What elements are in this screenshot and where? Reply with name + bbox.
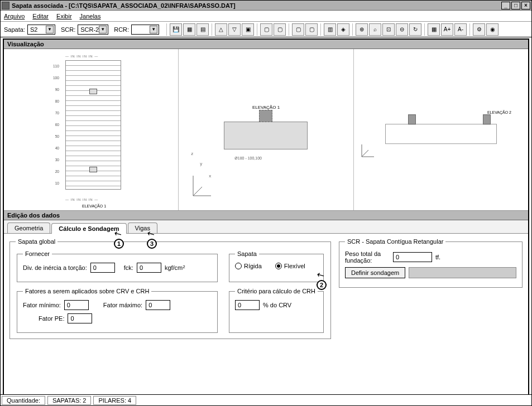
save-icon[interactable]: 💾 bbox=[170, 23, 182, 36]
legend-fatores: Fatores a serem aplicados sobre CRV e CR… bbox=[23, 288, 151, 294]
toolbar-icon[interactable]: ▤ bbox=[196, 23, 209, 36]
legend-sapata-global: Sapata global bbox=[16, 238, 57, 245]
axes-icon: z y x bbox=[190, 173, 212, 199]
axes-icon bbox=[360, 142, 376, 160]
svg-line-5 bbox=[362, 150, 368, 157]
menu-exibir[interactable]: Exibir bbox=[56, 13, 72, 20]
radio-dot-icon bbox=[235, 263, 242, 269]
toolbar-icon[interactable]: ◉ bbox=[486, 23, 499, 36]
refresh-icon[interactable]: ↻ bbox=[409, 23, 421, 36]
visualization-area: 110100908070605040302010 — IN IN IN IN —… bbox=[4, 49, 528, 211]
toolbar-icon[interactable]: ▦ bbox=[183, 23, 195, 36]
statusbar: Quantidade: SAPATAS: 2 PILARES: 4 bbox=[1, 394, 531, 405]
legend-sapata: Sapata bbox=[235, 250, 259, 257]
edit-header: Edição dos dados bbox=[4, 211, 528, 220]
form-area: Sapata global Fornecer Div. de inércia a… bbox=[4, 234, 528, 406]
svg-line-2 bbox=[193, 187, 202, 196]
toolbar-icon[interactable]: ◈ bbox=[337, 23, 349, 36]
status-quantidade: Quantidade: bbox=[2, 396, 45, 405]
pillar-marker bbox=[89, 89, 97, 94]
plan-scale-top: — IN IN IN IN — bbox=[65, 55, 121, 58]
definir-sondagem-button[interactable]: Definir sondagem bbox=[345, 267, 405, 278]
rcr-label: RCR: bbox=[114, 26, 129, 33]
label-div-inercia: Div. de inércia a torção: bbox=[23, 264, 87, 271]
legend-criterio: Critério para cálculo de CRH bbox=[235, 288, 318, 294]
zoom-in-icon[interactable]: ⊕ bbox=[356, 23, 368, 36]
menu-editar[interactable]: Editar bbox=[32, 13, 49, 20]
toolbar-icon[interactable]: △ bbox=[215, 23, 227, 36]
titlebar: Sapata associada - [C:\TQS\SAPATA_ASSOCI… bbox=[1, 1, 531, 11]
edit-body: Geometria Cálculo e Sondagem Vigas ↖ 1 ↖… bbox=[4, 220, 528, 406]
close-button[interactable]: × bbox=[521, 2, 530, 9]
zoom-out-icon[interactable]: ⊖ bbox=[396, 23, 408, 36]
settings-icon[interactable]: ⚙ bbox=[473, 23, 485, 36]
tab-geometria[interactable]: Geometria bbox=[7, 223, 50, 233]
minimize-button[interactable]: _ bbox=[501, 2, 510, 9]
sapata-value: S2 bbox=[30, 26, 46, 33]
cursor-icon: ↖ bbox=[314, 268, 326, 281]
status-pilares: PILARES: 4 bbox=[93, 396, 136, 405]
toolbar-icon[interactable]: ▥ bbox=[324, 23, 336, 36]
toolbar-icon[interactable]: ▢ bbox=[260, 23, 272, 36]
status-sapatas: SAPATAS: 2 bbox=[47, 396, 92, 405]
radio-rigida[interactable]: Rígida bbox=[235, 263, 262, 269]
toolbar-icon[interactable]: ▢ bbox=[292, 23, 304, 36]
plan-scale-bottom: — IN IN IN IN — bbox=[65, 198, 121, 201]
scr-combo[interactable]: SCR-2 ▼ bbox=[78, 25, 108, 35]
toolbar-icon[interactable]: ▦ bbox=[428, 23, 440, 36]
plan-footer-label: ELEVAÇÃO 1 bbox=[82, 204, 106, 208]
sapata-combo[interactable]: S2 ▼ bbox=[27, 25, 55, 35]
viz-plan-view[interactable]: 110100908070605040302010 — IN IN IN IN —… bbox=[4, 49, 179, 210]
toolbar-icon[interactable]: ▢ bbox=[305, 23, 318, 36]
menu-janelas[interactable]: Janelas bbox=[80, 13, 101, 20]
input-div-inercia[interactable] bbox=[90, 263, 115, 273]
label-peso-unit: tf. bbox=[435, 254, 440, 260]
elev-column bbox=[259, 110, 272, 122]
input-fck[interactable] bbox=[137, 263, 161, 273]
chevron-down-icon: ▼ bbox=[99, 26, 107, 33]
input-fator-min[interactable] bbox=[64, 300, 89, 310]
viz-elevation-1[interactable]: ELEVAÇÃO 1 z y x Ø180 - 100,100 bbox=[179, 49, 353, 210]
legend-scr: SCR - Sapata Contígua Retangular bbox=[345, 238, 445, 245]
input-fator-pe[interactable] bbox=[68, 313, 92, 323]
label-fator-min: Fator mínimo: bbox=[23, 302, 61, 308]
viz-header: Visualização bbox=[4, 40, 528, 49]
fieldset-fatores: Fatores a serem aplicados sobre CRV e CR… bbox=[17, 288, 218, 333]
elevation-1-drawing bbox=[224, 122, 308, 149]
sapata-label: Sapata: bbox=[4, 26, 25, 33]
tab-vigas[interactable]: Vigas bbox=[128, 223, 157, 233]
elev2-label: ELEVAÇÃO 2 bbox=[487, 110, 511, 114]
toolbar-icon[interactable]: ▣ bbox=[242, 23, 254, 36]
fieldset-sapata-type: Sapata Rígida Flexível bbox=[229, 250, 324, 282]
window-title: Sapata associada - [C:\TQS\SAPATA_ASSOCI… bbox=[12, 2, 236, 9]
toolbar-icon[interactable]: ▢ bbox=[274, 23, 286, 36]
zoom-area-icon[interactable]: ⌕ bbox=[369, 23, 381, 36]
font-smaller-icon[interactable]: A- bbox=[454, 23, 467, 36]
scr-label: SCR: bbox=[61, 26, 75, 33]
input-fator-max[interactable] bbox=[146, 300, 170, 310]
font-larger-icon[interactable]: A+ bbox=[441, 23, 453, 36]
label-fck-unit: kgf/cm2 bbox=[165, 264, 185, 271]
toolbar-icon[interactable]: ▽ bbox=[228, 23, 241, 36]
chevron-down-icon: ▼ bbox=[46, 26, 54, 33]
elev-column bbox=[408, 114, 416, 124]
label-fck: fck: bbox=[124, 264, 133, 271]
menu-arquivo[interactable]: Arquivo bbox=[4, 13, 25, 20]
input-criterio[interactable] bbox=[235, 300, 260, 310]
radio-flexivel[interactable]: Flexível bbox=[275, 263, 305, 269]
plan-grid bbox=[65, 60, 121, 190]
tab-calculo-sondagem[interactable]: Cálculo e Sondagem bbox=[51, 223, 126, 234]
fieldset-fornecer: Fornecer Div. de inércia a torção: fck: … bbox=[17, 250, 218, 282]
elev-column bbox=[483, 114, 491, 124]
radio-dot-icon bbox=[275, 263, 282, 269]
rcr-combo[interactable]: ▼ bbox=[131, 25, 159, 35]
input-peso-total[interactable] bbox=[393, 252, 432, 262]
app-icon bbox=[2, 2, 9, 9]
elevation-2-drawing bbox=[385, 124, 497, 144]
main-panel: Visualização 110100908070605040302010 — … bbox=[3, 38, 529, 406]
maximize-button[interactable]: □ bbox=[511, 2, 520, 9]
viz-elevation-2[interactable]: ELEVAÇÃO 2 bbox=[354, 49, 528, 210]
zoom-fit-icon[interactable]: ⊡ bbox=[382, 23, 395, 36]
label-fator-max: Fator máximo: bbox=[103, 302, 142, 308]
fieldset-sapata-global: Sapata global Fornecer Div. de inércia a… bbox=[9, 238, 331, 339]
